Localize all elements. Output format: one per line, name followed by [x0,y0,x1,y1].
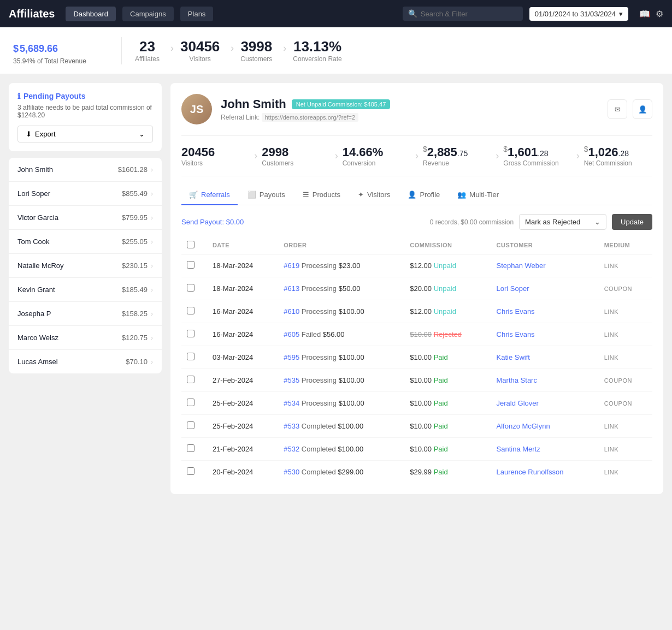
order-link[interactable]: #534 [284,399,299,407]
search-box: 🔍 [403,7,523,21]
nav-dashboard[interactable]: Dashboard [66,7,116,21]
order-link[interactable]: #613 [284,284,299,293]
row-date: 25-Feb-2024 [207,415,278,438]
gear-icon[interactable]: ⚙ [656,9,663,19]
email-button[interactable]: ✉ [608,99,627,119]
affiliate-list-item[interactable]: Marco Weisz $120.75 › [9,326,162,350]
visitors-label: Visitors [180,55,220,63]
status-select[interactable]: Mark as Rejected ⌄ [519,214,606,230]
date-range-picker[interactable]: 01/01/2024 to 31/03/2024 ▾ [529,7,628,21]
row-checkbox[interactable] [187,353,194,360]
aff-arrow-2: › [335,150,338,162]
row-checkbox[interactable] [187,330,194,337]
visitors-num: 30456 [180,38,220,55]
customers-label: Customers [240,55,272,63]
pending-title: ℹ Pending Payouts [17,92,153,100]
affiliate-list-item[interactable]: Tom Cook $255.05 › [9,230,162,254]
affiliate-list-item[interactable]: Lori Soper $855.49 › [9,182,162,206]
commission-status: Rejected [434,330,462,338]
customer-link[interactable]: Katie Swift [497,353,530,361]
order-status: Processing [302,261,337,270]
row-checkbox[interactable] [187,261,194,269]
commission-amount: $20.00 [410,284,432,293]
table-row: 18-Mar-2024 #613 Processing $50.00 $20.0… [181,277,652,300]
send-payout-link[interactable]: Send Payout: $0.00 [181,218,244,226]
customer-link[interactable]: Santina Mertz [497,445,540,453]
order-link[interactable]: #595 [284,353,299,361]
order-link[interactable]: #532 [284,445,299,453]
affiliates-label: Affiliates [135,55,160,63]
select-all-checkbox[interactable] [187,241,194,248]
order-link[interactable]: #530 [284,468,299,476]
stat-visitors: 30456 Visitors [180,38,220,63]
row-date: 25-Feb-2024 [207,392,278,415]
customer-link[interactable]: Stephan Weber [497,261,546,270]
book-icon[interactable]: 📖 [639,9,650,19]
order-link[interactable]: #605 [284,330,299,338]
customer-link[interactable]: Jerald Glover [497,399,539,407]
table-row: 21-Feb-2024 #532 Completed $100.00 $10.0… [181,438,652,461]
commission-status: Unpaid [434,307,456,316]
customer-link[interactable]: Chris Evans [497,307,535,316]
order-link[interactable]: #619 [284,261,299,270]
row-checkbox[interactable] [187,307,194,314]
affiliate-list-item[interactable]: Kevin Grant $185.49 › [9,278,162,302]
affiliate-item-amount: $855.49 › [122,189,153,198]
stat-affiliates: 23 Affiliates [135,38,160,63]
tab-visitors[interactable]: ✦ Visitors [350,185,398,205]
top-navigation: Affiliates Dashboard Campaigns Plans 🔍 0… [0,0,672,27]
customer-link[interactable]: Alfonzo McGlynn [497,422,550,430]
customer-link[interactable]: Martha Starc [497,376,537,384]
tab-products[interactable]: ☰ Products [295,185,348,205]
row-checkbox[interactable] [187,444,194,452]
affiliate-stats: 20456 Visitors › 2998 Customers › 14.66%… [181,135,652,176]
row-checkbox[interactable] [187,376,194,383]
chevron-down-icon: ▾ [619,10,623,18]
affiliate-item-name: Victor Garcia [17,213,58,222]
customer-link[interactable]: Chris Evans [497,330,535,338]
row-date: 03-Mar-2024 [207,346,278,369]
affiliate-list-item[interactable]: Josepha P $158.25 › [9,302,162,326]
col-customer: CUSTOMER [491,236,599,254]
chevron-right-icon: › [151,166,153,174]
order-amount: $100.00 [339,399,364,407]
info-icon: ℹ [17,92,20,100]
customer-link[interactable]: Lori Soper [497,284,529,293]
affiliate-header: JS John Smith Net Unpaid Commission: $40… [181,94,652,124]
table-row: 16-Mar-2024 #610 Processing $100.00 $12.… [181,300,652,323]
tab-profile[interactable]: 👤 Profile [400,185,447,205]
col-checkbox [181,236,207,254]
row-date: 27-Feb-2024 [207,369,278,392]
search-input[interactable] [421,10,517,18]
affiliate-list-item[interactable]: Victor Garcia $759.95 › [9,206,162,230]
order-status: Processing [302,307,337,316]
order-link[interactable]: #533 [284,422,299,430]
arrow-icon-3: › [283,43,286,54]
nav-plans[interactable]: Plans [180,7,214,21]
row-checkbox[interactable] [187,284,194,292]
update-button[interactable]: Update [612,214,652,230]
affiliate-list: John Smith $1601.28 ›Lori Soper $855.49 … [9,158,162,373]
chevron-right-icon: › [151,286,153,294]
affiliate-list-item[interactable]: John Smith $1601.28 › [9,158,162,182]
tab-payouts[interactable]: ⬜ Payouts [240,185,293,205]
row-checkbox[interactable] [187,421,194,429]
tab-referrals[interactable]: 🛒 Referrals [181,185,238,205]
affiliate-item-name: Lucas Amsel [17,358,58,366]
row-checkbox[interactable] [187,467,194,475]
order-status: Processing [302,353,337,361]
affiliate-list-item[interactable]: Natalie McRoy $230.15 › [9,254,162,278]
aff-customers-label: Customers [262,159,330,167]
referral-url[interactable]: https://demo.storeapps.org/?ref=2 [262,113,358,122]
profile-button[interactable]: 👤 [633,99,652,119]
affiliate-item-amount: $158.25 › [122,310,153,318]
customer-link[interactable]: Laurence Runolfsson [497,468,564,476]
app-brand: Affiliates [9,8,55,20]
nav-campaigns[interactable]: Campaigns [122,7,174,21]
order-link[interactable]: #610 [284,307,299,316]
tab-multi-tier[interactable]: 👥 Multi-Tier [450,185,506,205]
row-checkbox[interactable] [187,399,194,406]
order-link[interactable]: #535 [284,376,299,384]
export-button[interactable]: ⬇ Export ⌄ [17,126,153,142]
affiliate-list-item[interactable]: Lucas Amsel $70.10 › [9,350,162,373]
